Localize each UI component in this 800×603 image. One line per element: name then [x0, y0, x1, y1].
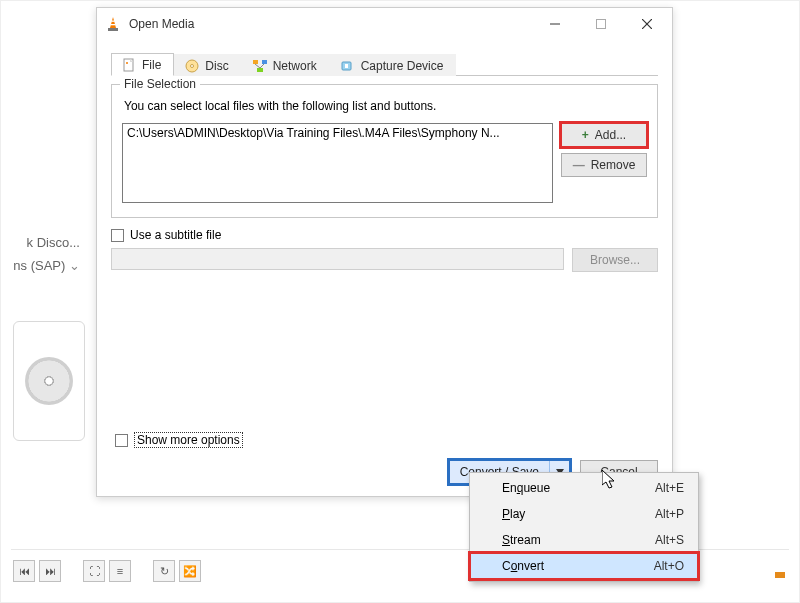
disc-tab-icon: [185, 59, 199, 73]
maximize-button[interactable]: [578, 9, 624, 39]
tab-file[interactable]: File: [111, 53, 174, 76]
loop-button[interactable]: ↻: [153, 560, 175, 582]
sidebar-item: k Disco...: [1, 231, 86, 254]
svg-line-7: [642, 19, 652, 29]
subtitle-section: Use a subtitle file Browse...: [111, 228, 658, 272]
shuffle-button[interactable]: 🔀: [179, 560, 201, 582]
media-tabs: File Disc Network Capture Device: [111, 48, 658, 76]
svg-rect-3: [111, 24, 116, 25]
menu-accel: Alt+O: [654, 559, 684, 573]
group-legend: File Selection: [120, 77, 200, 91]
plus-icon: +: [582, 128, 589, 142]
volume-indicator: [775, 572, 785, 578]
menu-accel: Alt+P: [655, 507, 684, 521]
add-file-button[interactable]: + Add...: [561, 123, 647, 147]
tab-label: Network: [273, 59, 317, 73]
tab-capture-device[interactable]: Capture Device: [330, 54, 457, 76]
file-icon: [122, 58, 136, 72]
svg-line-17: [260, 64, 264, 68]
menu-accel: Alt+E: [655, 481, 684, 495]
menu-accel: Alt+S: [655, 533, 684, 547]
tab-network[interactable]: Network: [242, 54, 330, 76]
open-media-dialog: Open Media File Disc Network Ca: [96, 7, 673, 497]
subtitle-checkbox[interactable]: [111, 229, 124, 242]
svg-marker-0: [110, 17, 116, 28]
tab-disc[interactable]: Disc: [174, 54, 241, 76]
network-icon: [253, 59, 267, 73]
prev-track-button[interactable]: ⏮: [13, 560, 35, 582]
show-more-options[interactable]: Show more options: [115, 432, 243, 448]
svg-rect-15: [257, 68, 263, 72]
tab-label: Disc: [205, 59, 228, 73]
file-selection-group: File Selection You can select local file…: [111, 84, 658, 218]
button-label: Browse...: [590, 253, 640, 267]
svg-rect-14: [262, 60, 267, 64]
svg-rect-2: [111, 21, 114, 22]
svg-point-12: [191, 65, 194, 68]
disc-icon: [25, 357, 73, 405]
player-toolbar: ⏮ ⏭ ⛶ ≡ ↻ 🔀: [13, 560, 201, 582]
tab-label: File: [142, 58, 161, 72]
next-track-button[interactable]: ⏭: [39, 560, 61, 582]
svg-rect-5: [597, 20, 606, 29]
svg-line-16: [255, 64, 260, 68]
sidebar-item: ns (SAP) ⌄: [1, 254, 86, 278]
show-more-label: Show more options: [134, 432, 243, 448]
close-button[interactable]: [624, 9, 670, 39]
show-more-checkbox[interactable]: [115, 434, 128, 447]
menu-item-convert[interactable]: Convert Alt+O: [470, 553, 698, 579]
subtitle-path-field: [111, 248, 564, 270]
svg-rect-19: [345, 64, 348, 68]
playlist-button[interactable]: ≡: [109, 560, 131, 582]
cursor-icon: [602, 470, 618, 493]
titlebar: Open Media: [97, 8, 672, 40]
svg-line-6: [642, 19, 652, 29]
svg-rect-1: [108, 28, 118, 31]
vlc-cone-icon: [105, 16, 121, 32]
browse-subtitle-button: Browse...: [572, 248, 658, 272]
capture-icon: [341, 59, 355, 73]
minus-icon: —: [573, 158, 585, 172]
subtitle-label: Use a subtitle file: [130, 228, 221, 242]
remove-file-button[interactable]: — Remove: [561, 153, 647, 177]
minimize-button[interactable]: [532, 9, 578, 39]
button-label: Add...: [595, 128, 626, 142]
screenshot-canvas: k Disco... ns (SAP) ⌄ ⏮ ⏭ ⛶ ≡ ↻ 🔀 Open M…: [0, 0, 800, 603]
convert-save-menu: Enqueue Alt+E Play Alt+P Stream Alt+S Co…: [469, 472, 699, 582]
menu-item-enqueue[interactable]: Enqueue Alt+E: [470, 475, 698, 501]
button-label: Remove: [591, 158, 636, 172]
svg-rect-13: [253, 60, 258, 64]
window-title: Open Media: [129, 17, 532, 31]
file-list[interactable]: C:\Users\ADMIN\Desktop\Via Training File…: [122, 123, 553, 203]
svg-marker-21: [602, 470, 614, 488]
tab-label: Capture Device: [361, 59, 444, 73]
background-disc-panel: [13, 321, 85, 441]
background-sidebar: k Disco... ns (SAP) ⌄: [1, 231, 86, 278]
fullscreen-button[interactable]: ⛶: [83, 560, 105, 582]
menu-item-stream[interactable]: Stream Alt+S: [470, 527, 698, 553]
svg-point-10: [126, 62, 128, 64]
file-selection-hint: You can select local files with the foll…: [124, 99, 647, 113]
menu-item-play[interactable]: Play Alt+P: [470, 501, 698, 527]
file-list-item[interactable]: C:\Users\ADMIN\Desktop\Via Training File…: [127, 126, 548, 140]
